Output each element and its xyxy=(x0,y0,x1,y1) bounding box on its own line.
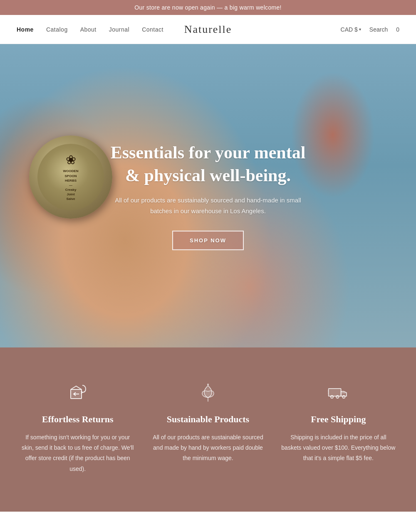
shipping-text: Shipping is included in the price of all… xyxy=(280,432,396,464)
site-logo[interactable]: Naturelle xyxy=(184,23,232,36)
returns-icon xyxy=(66,381,89,404)
feature-shipping: Free Shipping Shipping is included in th… xyxy=(280,381,396,464)
search-link[interactable]: Search xyxy=(369,26,388,33)
cart-icon[interactable]: 0 xyxy=(396,26,399,33)
nav-contact[interactable]: Contact xyxy=(142,26,163,33)
returns-text: If something isn't working for you or yo… xyxy=(20,432,136,474)
nav-home[interactable]: Home xyxy=(17,26,34,33)
product-tin-label: WOODENSPOONHERBS—CreakyJointSalve xyxy=(63,169,79,201)
svg-rect-4 xyxy=(329,388,341,396)
announcement-text: Our store are now open again — a big war… xyxy=(134,4,282,11)
nav-journal[interactable]: Journal xyxy=(109,26,129,33)
shipping-title: Free Shipping xyxy=(280,414,396,425)
nav-right: CAD $ ▾ Search 0 xyxy=(341,26,399,33)
currency-caret-icon: ▾ xyxy=(359,27,361,32)
currency-label: CAD $ xyxy=(341,26,358,33)
shop-now-button[interactable]: SHOP NOW xyxy=(172,231,244,250)
header: Home Catalog About Journal Contact Natur… xyxy=(0,15,416,44)
svg-point-3 xyxy=(207,383,209,385)
nav-about[interactable]: About xyxy=(80,26,97,33)
announcement-bar: Our store are now open again — a big war… xyxy=(0,0,416,15)
feature-sustainable: Sustainable Products All of our products… xyxy=(150,381,266,464)
returns-title: Effortless Returns xyxy=(20,414,136,425)
cart-count: 0 xyxy=(396,26,399,33)
sustainable-title: Sustainable Products xyxy=(150,414,266,425)
feature-returns: Effortless Returns If something isn't wo… xyxy=(20,381,136,474)
nav-catalog[interactable]: Catalog xyxy=(46,26,68,33)
hero-title: Essentials for your mental & physical we… xyxy=(104,141,312,187)
leaf-icon xyxy=(196,381,219,404)
flower-decoration-icon: ❀ xyxy=(66,153,76,167)
svg-point-5 xyxy=(331,395,334,398)
svg-point-6 xyxy=(336,395,339,398)
nav-left: Home Catalog About Journal Contact xyxy=(17,26,163,33)
shipping-icon xyxy=(327,381,350,404)
hero-content: Essentials for your mental & physical we… xyxy=(104,141,312,250)
features-section: Effortless Returns If something isn't wo… xyxy=(0,347,416,512)
hero-subtitle: All of our products are sustainably sour… xyxy=(104,195,312,216)
currency-selector[interactable]: CAD $ ▾ xyxy=(341,26,361,33)
hero-section: ❀ WOODENSPOONHERBS—CreakyJointSalve Esse… xyxy=(0,44,416,347)
product-tin-inner: ❀ WOODENSPOONHERBS—CreakyJointSalve xyxy=(37,144,104,210)
svg-point-7 xyxy=(342,395,345,398)
product-tin: ❀ WOODENSPOONHERBS—CreakyJointSalve xyxy=(29,135,112,219)
sustainable-text: All of our products are sustainable sour… xyxy=(150,432,266,464)
